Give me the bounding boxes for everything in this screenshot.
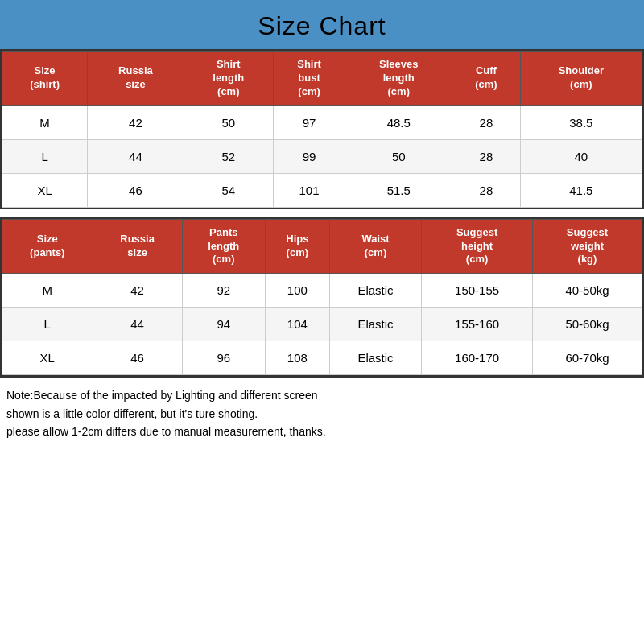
table-row: L4494104Elastic155-16050-60kg [2, 308, 642, 341]
table-cell: 28 [452, 105, 520, 139]
table-cell: 44 [93, 308, 182, 341]
table-cell: 38.5 [520, 105, 642, 139]
table-cell: 42 [88, 105, 184, 139]
table-cell: M [2, 274, 93, 308]
table-cell: 40 [520, 139, 642, 173]
table-cell: 44 [88, 139, 184, 173]
table-cell: 97 [273, 105, 345, 139]
table-cell: 150-155 [422, 274, 533, 308]
pants-header-cell: Pants length (cm) [182, 219, 265, 274]
table-cell: 46 [93, 341, 182, 375]
table-cell: 48.5 [345, 105, 452, 139]
shirt-header-cell: Cuff (cm) [452, 52, 520, 106]
table-cell: 160-170 [422, 341, 533, 375]
pants-header-cell: Russia size [93, 219, 182, 274]
shirt-table-section: Size (shirt)Russia sizeShirt length (cm)… [0, 49, 644, 209]
table-cell: 52 [184, 139, 273, 173]
table-cell: 94 [182, 308, 265, 341]
table-cell: 100 [265, 274, 329, 308]
table-cell: Elastic [329, 274, 421, 308]
table-cell: XL [2, 173, 88, 207]
note-section: Note:Because of the impacted by Lighting… [0, 377, 644, 644]
table-cell: 42 [93, 274, 182, 308]
table-cell: 50 [184, 105, 273, 139]
table-row: XL465410151.52841.5 [2, 173, 642, 207]
pants-header-cell: Suggest height (cm) [422, 219, 533, 274]
table-cell: XL [2, 341, 93, 375]
note-line2: shown is a little color different, but i… [6, 405, 638, 423]
page-title: Size Chart [0, 11, 644, 41]
table-cell: 54 [184, 173, 273, 207]
table-row: M42509748.52838.5 [2, 105, 642, 139]
table-row: XL4696108Elastic160-17060-70kg [2, 341, 642, 375]
pants-header-cell: Suggest weight (kg) [532, 219, 642, 274]
shirt-header-cell: Shoulder (cm) [520, 52, 642, 106]
table-cell: 101 [273, 173, 345, 207]
table-cell: 46 [88, 173, 184, 207]
page-wrapper: Size Chart Size (shirt)Russia sizeShirt … [0, 0, 644, 644]
table-cell: Elastic [329, 308, 421, 341]
table-cell: 28 [452, 173, 520, 207]
table-cell: Elastic [329, 341, 421, 375]
table-cell: 50-60kg [532, 308, 642, 341]
shirt-header-cell: Shirt bust (cm) [273, 52, 345, 106]
note-line3: please allow 1-2cm differs due to manual… [6, 423, 638, 440]
pants-header-cell: Hips (cm) [265, 219, 329, 274]
table-cell: 108 [265, 341, 329, 375]
table-cell: 104 [265, 308, 329, 341]
shirt-header-cell: Sleeves length (cm) [345, 52, 452, 106]
table-cell: 96 [182, 341, 265, 375]
note-line1: Note:Because of the impacted by Lighting… [6, 386, 638, 404]
table-cell: M [2, 105, 88, 139]
table-cell: 92 [182, 274, 265, 308]
table-cell: L [2, 308, 93, 341]
shirt-table: Size (shirt)Russia sizeShirt length (cm)… [2, 51, 642, 208]
table-cell: 60-70kg [532, 341, 642, 375]
table-cell: 155-160 [422, 308, 533, 341]
table-cell: 41.5 [520, 173, 642, 207]
shirt-header-cell: Shirt length (cm) [184, 52, 273, 106]
table-row: L445299502840 [2, 139, 642, 173]
table-cell: 99 [273, 139, 345, 173]
pants-header-cell: Waist (cm) [329, 219, 421, 274]
table-gap [0, 209, 644, 217]
title-bar: Size Chart [0, 0, 644, 49]
table-cell: L [2, 139, 88, 173]
pants-table: Size (pants)Russia sizePants length (cm)… [2, 219, 642, 376]
table-cell: 50 [345, 139, 452, 173]
table-row: M4292100Elastic150-15540-50kg [2, 274, 642, 308]
table-cell: 40-50kg [532, 274, 642, 308]
pants-table-section: Size (pants)Russia sizePants length (cm)… [0, 217, 644, 378]
shirt-header-cell: Size (shirt) [2, 52, 88, 106]
table-cell: 51.5 [345, 173, 452, 207]
table-cell: 28 [452, 139, 520, 173]
pants-header-cell: Size (pants) [2, 219, 93, 274]
shirt-header-cell: Russia size [88, 52, 184, 106]
